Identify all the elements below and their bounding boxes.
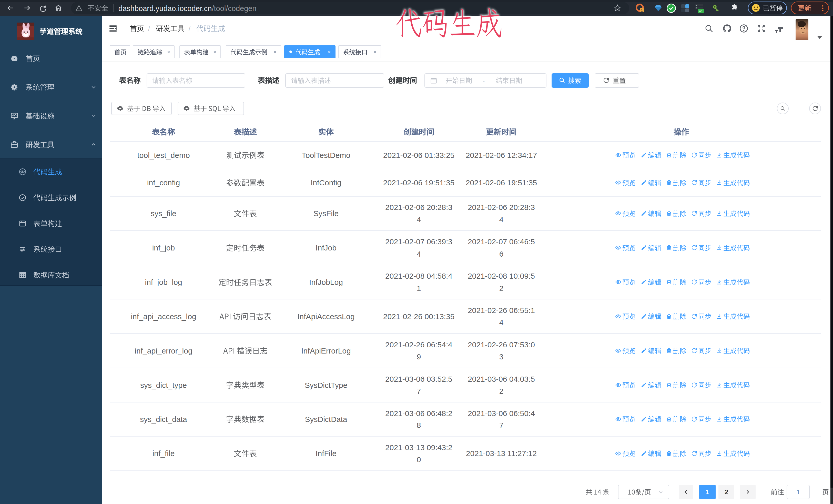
svg-text:on: on <box>699 9 702 13</box>
svg-text:1: 1 <box>641 8 643 12</box>
